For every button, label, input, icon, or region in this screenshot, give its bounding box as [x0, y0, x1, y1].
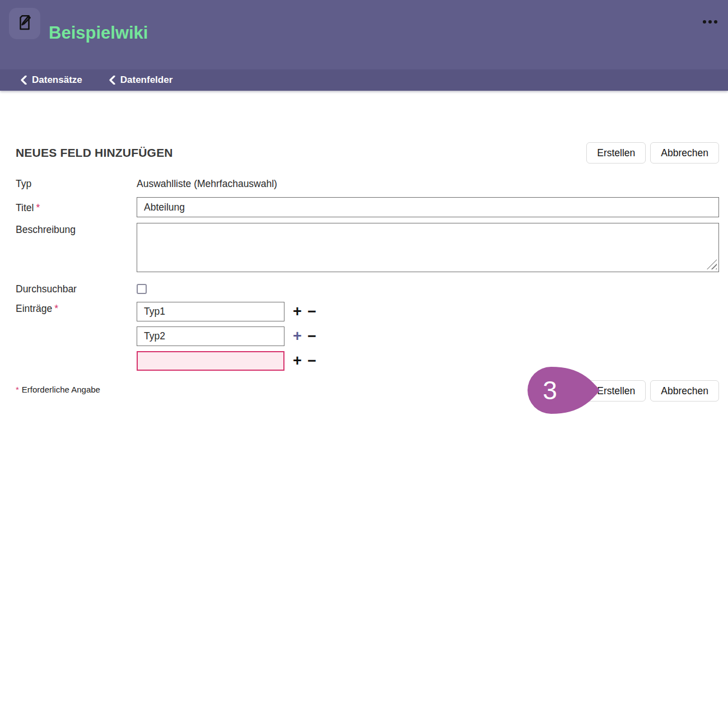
required-marker: * — [54, 303, 58, 314]
create-button-top[interactable]: Erstellen — [586, 142, 646, 164]
ellipsis-menu-icon[interactable] — [700, 17, 720, 26]
topbar: Beispielwiki Datensätze Datenfelder — [0, 0, 728, 91]
cancel-button-bottom[interactable]: Abbrechen — [650, 380, 719, 402]
entry-row: + − — [137, 351, 719, 371]
required-marker: * — [36, 202, 40, 213]
beschreibung-label: Beschreibung — [16, 223, 137, 236]
titel-label: Titel* — [16, 201, 137, 214]
main-content: NEUES FELD HINZUFÜGEN Erstellen Abbreche… — [0, 142, 728, 402]
add-entry-icon[interactable]: + — [291, 304, 304, 319]
top-action-buttons: Erstellen Abbrechen — [586, 142, 719, 164]
remove-entry-icon[interactable]: − — [306, 353, 318, 368]
field-row-beschreibung: Beschreibung — [16, 223, 719, 272]
field-row-durchsuchbar: Durchsuchbar — [16, 282, 719, 295]
create-button-bottom[interactable]: Erstellen — [586, 380, 646, 402]
field-row-typ: Typ Auswahlliste (Mehrfachauswahl) — [16, 177, 719, 190]
page-title: NEUES FELD HINZUFÜGEN — [16, 146, 173, 160]
back-chevron-icon — [20, 76, 27, 85]
breadcrumb-navbar: Datensätze Datenfelder — [0, 69, 728, 91]
entry-row: + − — [137, 326, 719, 346]
entries-list: + − + − + − — [137, 302, 719, 371]
nav-item-label: Datensätze — [32, 74, 82, 86]
app-title: Beispielwiki — [49, 23, 148, 43]
add-entry-icon[interactable]: + — [291, 353, 304, 368]
form-title-row: NEUES FELD HINZUFÜGEN Erstellen Abbreche… — [16, 142, 719, 164]
app-header: Beispielwiki — [0, 0, 728, 69]
required-note: *Erforderliche Angabe — [16, 380, 100, 394]
durchsuchbar-label: Durchsuchbar — [16, 282, 137, 295]
beschreibung-textarea[interactable] — [137, 223, 719, 272]
entry-input-1[interactable] — [137, 302, 284, 321]
app-logo-tile[interactable] — [9, 8, 40, 39]
remove-entry-icon[interactable]: − — [306, 304, 318, 319]
field-row-titel: Titel* — [16, 197, 719, 217]
remove-entry-icon[interactable]: − — [306, 329, 318, 344]
typ-value: Auswahlliste (Mehrfachauswahl) — [137, 177, 719, 190]
add-entry-icon[interactable]: + — [291, 329, 304, 344]
typ-label: Typ — [16, 177, 137, 190]
required-marker: * — [16, 385, 19, 394]
entry-input-2[interactable] — [137, 326, 284, 346]
entry-row: + − — [137, 302, 719, 321]
bottom-action-buttons: Erstellen Abbrechen — [586, 380, 719, 402]
cancel-button-top[interactable]: Abbrechen — [650, 142, 719, 164]
form-footer-row: *Erforderliche Angabe Erstellen Abbreche… — [16, 380, 719, 402]
nav-item-datenfelder[interactable]: Datenfelder — [109, 74, 173, 86]
titel-input[interactable] — [137, 197, 719, 217]
nav-item-datensaetze[interactable]: Datensätze — [20, 74, 82, 86]
field-row-eintraege: Einträge* + − + − + − — [16, 302, 719, 371]
back-chevron-icon — [109, 76, 115, 85]
nav-item-label: Datenfelder — [120, 74, 173, 86]
eintraege-label: Einträge* — [16, 302, 137, 315]
edit-page-icon — [15, 12, 35, 35]
entry-input-3-invalid[interactable] — [137, 351, 284, 371]
durchsuchbar-checkbox[interactable] — [137, 284, 147, 294]
